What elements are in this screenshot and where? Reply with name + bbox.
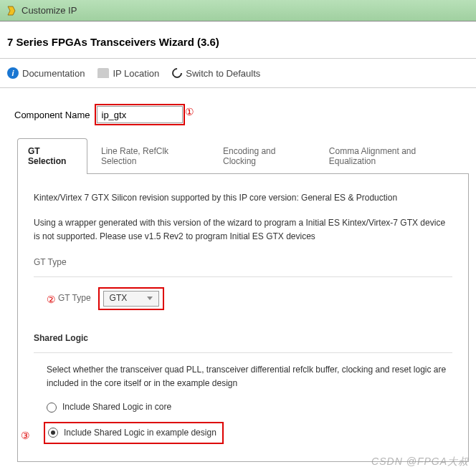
wrapper-text: Using a wrapper generated with this vers… bbox=[34, 216, 452, 244]
switch-defaults-button[interactable]: Switch to Defaults bbox=[172, 68, 260, 79]
radio-in-example-label: Include Shared Logic in example design bbox=[64, 426, 216, 440]
support-text: Kintex/Virtex 7 GTX Silicon revision sup… bbox=[34, 191, 452, 205]
switch-defaults-label: Switch to Defaults bbox=[186, 68, 260, 79]
info-icon: i bbox=[7, 67, 19, 79]
gt-type-value: GTX bbox=[110, 292, 128, 305]
annotation-box-1 bbox=[95, 104, 185, 125]
gt-type-row: ② GT Type GTX bbox=[48, 287, 452, 310]
gt-type-section-title: GT Type bbox=[34, 256, 452, 269]
watermark: CSDN @FPGA大叔 bbox=[371, 456, 469, 468]
folder-icon bbox=[97, 68, 109, 78]
divider bbox=[34, 276, 452, 277]
window-titlebar: Customize IP bbox=[0, 0, 476, 21]
radio-in-core-label: Include Shared Logic in core bbox=[62, 400, 171, 414]
shared-logic-desc: Select whether the transceiver quad PLL,… bbox=[47, 363, 452, 390]
reset-icon bbox=[170, 66, 184, 80]
chevron-down-icon bbox=[147, 297, 153, 300]
ip-location-label: IP Location bbox=[113, 68, 159, 79]
window-title: Customize IP bbox=[22, 5, 77, 16]
component-name-row: Component Name ① bbox=[14, 104, 469, 125]
tab-bar: GT Selection Line Rate, RefClk Selection… bbox=[17, 138, 469, 174]
tab-encoding[interactable]: Encoding and Clocking bbox=[212, 138, 315, 173]
annotation-box-3: Include Shared Logic in example design bbox=[44, 422, 224, 444]
app-icon bbox=[6, 5, 17, 16]
ip-location-button[interactable]: IP Location bbox=[97, 68, 159, 79]
annotation-3: ③ bbox=[21, 428, 30, 443]
tab-line-rate[interactable]: Line Rate, RefClk Selection bbox=[90, 138, 209, 173]
gt-type-select[interactable]: GTX bbox=[103, 291, 159, 307]
radio-in-core-row[interactable]: Include Shared Logic in core bbox=[47, 400, 452, 414]
toolbar: i Documentation IP Location Switch to De… bbox=[0, 59, 476, 88]
wizard-title: 7 Series FPGAs Transceivers Wizard (3.6) bbox=[0, 21, 476, 59]
tab-gt-selection[interactable]: GT Selection bbox=[17, 138, 87, 173]
annotation-2: ② bbox=[47, 292, 56, 307]
annotation-1: ① bbox=[185, 106, 194, 117]
radio-in-core[interactable] bbox=[47, 403, 57, 413]
divider bbox=[34, 352, 452, 353]
tab-comma[interactable]: Comma Alignment and Equalization bbox=[318, 138, 466, 173]
gt-type-label: GT Type bbox=[58, 292, 91, 305]
documentation-label: Documentation bbox=[22, 68, 85, 79]
gt-selection-panel: Kintex/Virtex 7 GTX Silicon revision sup… bbox=[17, 174, 469, 462]
documentation-button[interactable]: i Documentation bbox=[7, 67, 85, 79]
component-name-label: Component Name bbox=[14, 110, 90, 120]
shared-logic-title: Shared Logic bbox=[34, 332, 452, 345]
component-name-input[interactable] bbox=[97, 106, 183, 123]
annotation-box-2: GTX bbox=[98, 287, 164, 310]
radio-in-example[interactable] bbox=[48, 428, 58, 438]
